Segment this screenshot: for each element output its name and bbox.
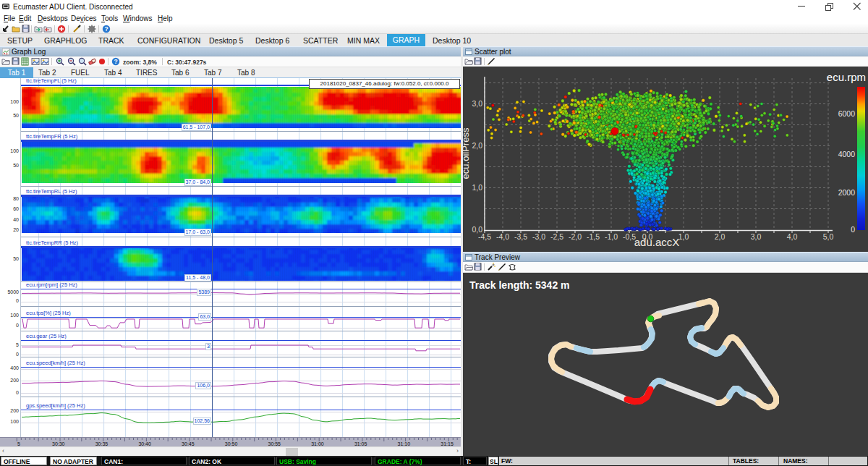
svg-text:0,0: 0,0 bbox=[472, 225, 482, 234]
svg-text:2,0: 2,0 bbox=[715, 232, 726, 241]
svg-text:-3,0: -3,0 bbox=[532, 232, 545, 241]
svg-text:-4,0: -4,0 bbox=[496, 232, 509, 241]
svg-text:2,0: 2,0 bbox=[472, 141, 482, 150]
svg-text:2000: 2000 bbox=[838, 188, 856, 197]
svg-text:-2,0: -2,0 bbox=[569, 232, 582, 241]
svg-text:0: 0 bbox=[851, 225, 855, 234]
svg-text:-2,5: -2,5 bbox=[550, 232, 563, 241]
svg-text:1,0: 1,0 bbox=[472, 183, 482, 192]
svg-text:ecu.rpm: ecu.rpm bbox=[827, 71, 866, 83]
svg-text:3,0: 3,0 bbox=[472, 99, 482, 108]
svg-text:-3,5: -3,5 bbox=[514, 232, 527, 241]
svg-text:5,0: 5,0 bbox=[823, 232, 834, 241]
svg-text:6000: 6000 bbox=[838, 109, 856, 118]
svg-text:4,0: 4,0 bbox=[787, 232, 798, 241]
svg-text:ecu.oilPress: ecu.oilPress bbox=[463, 127, 471, 179]
svg-text:3,0: 3,0 bbox=[751, 232, 762, 241]
svg-text:adu.accX: adu.accX bbox=[634, 236, 680, 248]
svg-text:-1,5: -1,5 bbox=[587, 232, 600, 241]
svg-text:-1,0: -1,0 bbox=[605, 232, 618, 241]
svg-text:1,0: 1,0 bbox=[678, 232, 689, 241]
svg-text:4000: 4000 bbox=[838, 150, 856, 158]
